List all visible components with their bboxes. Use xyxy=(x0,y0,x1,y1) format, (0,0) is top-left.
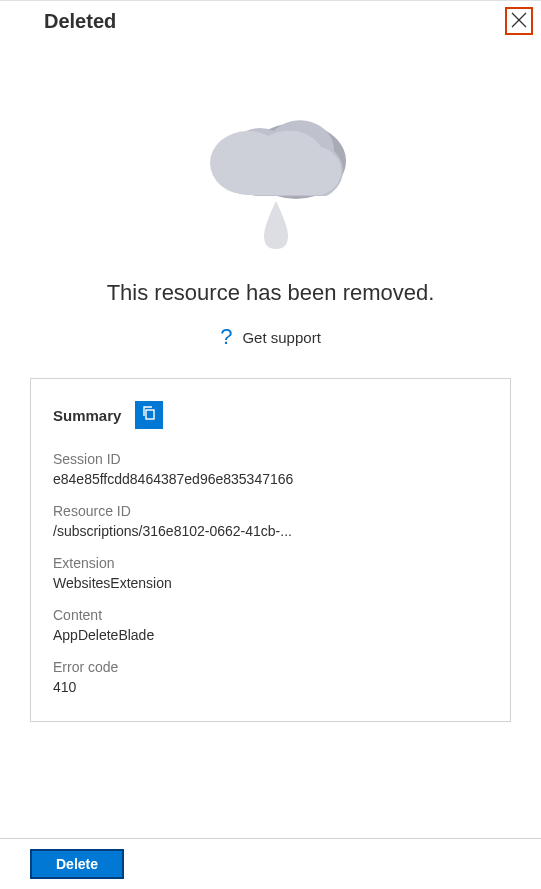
field-value: AppDeleteBlade xyxy=(53,627,488,643)
get-support-label: Get support xyxy=(242,329,320,346)
close-button[interactable] xyxy=(505,7,533,35)
delete-button[interactable]: Delete xyxy=(30,849,124,879)
panel-footer: Delete xyxy=(0,838,541,889)
field-label: Session ID xyxy=(53,451,488,467)
cloud-rain-icon xyxy=(186,91,356,260)
summary-title: Summary xyxy=(53,407,121,424)
field-value: /subscriptions/316e8102-0662-41cb-... xyxy=(53,523,488,539)
field-error-code: Error code 410 xyxy=(53,659,488,695)
help-icon: ? xyxy=(220,324,232,350)
removed-message: This resource has been removed. xyxy=(107,280,435,306)
panel-content: This resource has been removed. ? Get su… xyxy=(0,41,541,742)
svg-rect-4 xyxy=(146,410,154,419)
summary-header: Summary xyxy=(53,401,488,429)
field-extension: Extension WebsitesExtension xyxy=(53,555,488,591)
copy-button[interactable] xyxy=(135,401,163,429)
get-support-link[interactable]: ? Get support xyxy=(220,324,321,350)
close-icon xyxy=(511,12,527,31)
field-session-id: Session ID e84e85ffcdd8464387ed96e835347… xyxy=(53,451,488,487)
field-label: Extension xyxy=(53,555,488,571)
field-label: Error code xyxy=(53,659,488,675)
field-label: Content xyxy=(53,607,488,623)
field-label: Resource ID xyxy=(53,503,488,519)
summary-box: Summary Session ID e84e85ffcdd8464387ed9… xyxy=(30,378,511,722)
panel-header: Deleted xyxy=(0,0,541,41)
field-value: 410 xyxy=(53,679,488,695)
copy-icon xyxy=(141,405,157,425)
panel-title: Deleted xyxy=(44,10,116,33)
field-value: e84e85ffcdd8464387ed96e835347166 xyxy=(53,471,488,487)
field-value: WebsitesExtension xyxy=(53,575,488,591)
field-resource-id: Resource ID /subscriptions/316e8102-0662… xyxy=(53,503,488,539)
field-content: Content AppDeleteBlade xyxy=(53,607,488,643)
